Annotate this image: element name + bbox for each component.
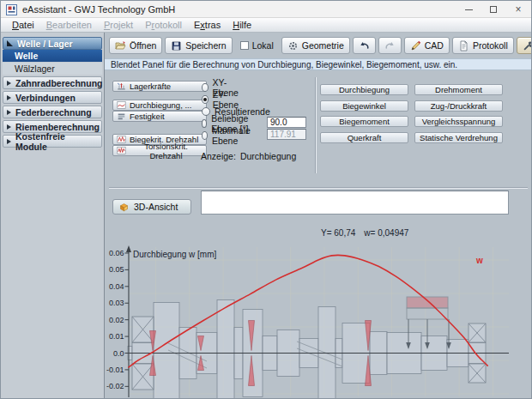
app-icon xyxy=(6,3,17,15)
svg-text:0.05: 0.05 xyxy=(109,265,124,274)
menu-extras[interactable]: Extras xyxy=(188,18,227,32)
group-label: Welle / Lager xyxy=(17,39,73,49)
redo-button[interactable] xyxy=(378,37,402,54)
svg-text:0.04: 0.04 xyxy=(109,282,124,291)
toolbar: ÖffnenSpeichernLokalGeometrieCADProtokol… xyxy=(109,36,532,55)
vertical-separator xyxy=(315,77,317,173)
open-folder-icon xyxy=(115,40,126,51)
display-mode-value: Durchbiegung xyxy=(240,151,296,161)
collapsed-arrow-icon xyxy=(7,81,11,86)
sidebar-group-federberechnung[interactable]: Federberechnung xyxy=(3,106,102,118)
sidebar-group-kostenfreie-module[interactable]: Kostenfreie Module xyxy=(3,135,102,148)
biegemoment-button[interactable]: Biegemoment xyxy=(320,116,408,127)
collapsed-arrow-icon xyxy=(7,110,11,115)
sidebar-group-zahnradberechnung[interactable]: Zahnradberechnung xyxy=(3,76,102,89)
horizontal-separator xyxy=(109,187,528,189)
radio-xy-ebene[interactable] xyxy=(202,83,209,92)
svg-text:0.03: 0.03 xyxy=(109,299,124,307)
svg-text:0.01: 0.01 xyxy=(109,332,124,341)
drehmoment-button[interactable]: Drehmoment xyxy=(414,84,503,95)
beliebige-ebene-input[interactable] xyxy=(267,117,306,128)
bearing-forces-icon xyxy=(117,82,126,91)
sidebar-item-welle[interactable]: Welle xyxy=(3,50,102,62)
zug-druckkraft-button[interactable]: Zug-/Druckkraft xyxy=(414,100,503,112)
window-title: eAssistant - GWJ Technology GmbH xyxy=(22,4,175,15)
cube-3d-icon xyxy=(118,202,130,213)
torsionskrit-drehzahl-button[interactable]: Torsionskrit. Drehzahl xyxy=(112,145,207,156)
menu-bearbeiten[interactable]: Bearbeiten xyxy=(40,18,98,32)
speichern-button[interactable]: Speichern xyxy=(165,37,232,54)
festigkeit-button[interactable]: Festigkeit xyxy=(112,111,207,122)
group-label: Federberechnung xyxy=(15,107,92,118)
radio-zy-ebene[interactable] xyxy=(202,95,209,104)
undo-button[interactable] xyxy=(353,37,376,54)
menu-projekt[interactable]: Projekt xyxy=(98,18,139,32)
querkraft-button[interactable]: Querkraft xyxy=(320,132,408,143)
geometrie-button[interactable]: Geometrie xyxy=(281,37,350,54)
menu-datei[interactable]: Datei xyxy=(6,18,40,32)
option-row-zy-ebene: ZY-Ebene xyxy=(202,94,240,105)
vergleichsspannung-button[interactable]: Vergleichsspannung xyxy=(414,116,503,127)
main-area: ÖffnenSpeichernLokalGeometrieCADProtokol… xyxy=(105,33,531,398)
save-disk-icon xyxy=(171,40,182,51)
biegewinkel-button[interactable]: Biegewinkel xyxy=(320,100,408,112)
info-bar: Blendet Panel für die Berechnung von Dur… xyxy=(105,58,531,70)
radio-beliebige-ebene[interactable] xyxy=(202,119,207,128)
expanded-arrow-icon xyxy=(7,40,13,46)
strength-icon xyxy=(117,112,126,121)
menu-protokoll[interactable]: Protokoll xyxy=(139,18,188,32)
sidebar-group-welle-lager[interactable]: Welle / Lager xyxy=(3,37,102,50)
option-row-maximale-ebene: Maximale Ebene xyxy=(202,130,253,141)
menu-bar: DateiBearbeitenProjektProtokollExtrasHil… xyxy=(1,18,531,33)
protokoll-button[interactable]: Protokoll xyxy=(452,37,514,54)
sidebar-group-verbindungen[interactable]: Verbindungen xyxy=(3,91,102,104)
document-icon xyxy=(458,40,469,51)
critical-speed-icon xyxy=(117,135,126,144)
undo-icon xyxy=(359,40,370,51)
button-label: Lagerkräfte xyxy=(130,82,171,91)
radio-resultierende[interactable] xyxy=(202,107,210,116)
gear-icon xyxy=(287,40,299,51)
svg-text:0.0: 0.0 xyxy=(113,349,124,358)
menu-hilfe[interactable]: Hilfe xyxy=(227,18,257,32)
deflection-curve-icon xyxy=(117,100,126,110)
y-axis-label: Durchbiegung w [mm] xyxy=(133,250,216,259)
collapsed-arrow-icon xyxy=(7,95,11,100)
collapsed-arrow-icon xyxy=(7,124,11,130)
deflection-chart[interactable]: 0.060.050.040.030.020.010.0-0.01-0.02Dur… xyxy=(106,244,532,399)
cursor-readout: Y= 60,74 w= 0,04947 xyxy=(321,228,408,238)
svg-text:-0.01: -0.01 xyxy=(106,366,124,374)
button-label: Durchbiegung, ... xyxy=(130,100,191,110)
torsion-speed-icon xyxy=(117,146,126,155)
svg-text:0.06: 0.06 xyxy=(109,249,124,257)
radio-label: Maximale Ebene xyxy=(212,125,253,146)
wrench-icon xyxy=(523,40,532,51)
group-label: Zahnradberechnung xyxy=(15,78,103,88)
analysis-buttons: LagerkräfteDurchbiegung, ...FestigkeitBi… xyxy=(112,81,209,158)
durchbiegung-button[interactable]: Durchbiegung xyxy=(320,84,408,95)
cad-button[interactable]: CAD xyxy=(404,37,450,54)
checkbox-box-icon xyxy=(240,41,249,50)
maximize-button[interactable] xyxy=(486,3,501,16)
statische-verdrehung-button[interactable]: Statische Verdrehung xyxy=(414,132,503,143)
button-label: Festigkeit xyxy=(130,112,165,121)
offnen-button[interactable]: Öffnen xyxy=(109,37,162,54)
checkbox-label: Lokal xyxy=(252,40,274,51)
sidebar-item-walzlager[interactable]: Wälzlager xyxy=(3,63,102,75)
collapsed-arrow-icon xyxy=(7,139,11,144)
lagerkrafte-button[interactable]: Lagerkräfte xyxy=(112,81,207,92)
title-bar[interactable]: eAssistant - GWJ Technology GmbH × xyxy=(1,1,531,18)
einstellungen-button[interactable]: Einstellungen xyxy=(517,37,532,54)
message-area xyxy=(201,190,509,215)
view-3d-button[interactable]: 3D-Ansicht xyxy=(112,199,191,215)
lokal-checkbox[interactable]: Lokal xyxy=(240,40,274,51)
durchbiegung-button[interactable]: Durchbiegung, ... xyxy=(112,100,207,111)
minimize-button[interactable] xyxy=(461,3,476,16)
close-button[interactable]: × xyxy=(511,3,526,16)
radio-maximale-ebene[interactable] xyxy=(202,131,208,140)
svg-text:-0.02: -0.02 xyxy=(106,382,124,390)
svg-text:0.02: 0.02 xyxy=(109,316,124,324)
button-label: Öffnen xyxy=(130,40,156,51)
maximale-ebene-input[interactable] xyxy=(267,129,306,140)
window-controls: × xyxy=(461,1,526,18)
